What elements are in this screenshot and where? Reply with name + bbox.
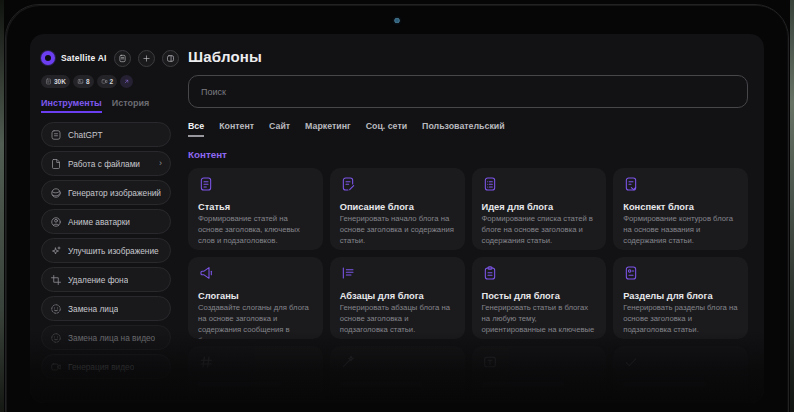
card-title: Разделы для блога [623,291,738,301]
sidebar-header: Satellite AI [41,49,171,67]
toggle-sidebar-button[interactable] [162,50,179,67]
file-icon [50,158,62,170]
sidebar-item-files[interactable]: Работа с файлами › [41,151,171,176]
avatar-icon [50,216,62,228]
document-outline-icon [623,176,738,196]
wand-icon [340,354,455,374]
template-card-blog-description[interactable]: Описание блога Генерировать начало блога… [330,168,465,250]
sidebar-item-label: Замена лица на видео [68,333,155,343]
app-screen: Satellite AI 30K [30,34,764,403]
tab-social[interactable]: Соц. сети [366,121,407,137]
sidebar-item-face-swap[interactable]: Замена лица [41,296,171,321]
card-title: Слоганы [198,291,313,301]
new-chat-button[interactable] [138,50,155,67]
upgrade-badge[interactable] [120,75,133,88]
template-card-faded-3[interactable] [472,346,607,403]
tools-menu: ChatGPT Работа с файлами › Генератор изо… [41,122,171,379]
tokens-badge[interactable]: 30K [41,75,70,88]
tab-content[interactable]: Контент [219,121,254,137]
videos-badge[interactable]: 2 [97,75,118,88]
sidebar-item-label: Генерация видео [68,362,134,372]
templates-page: Шаблоны Все Контент Сайт Маркетинг Соц. … [178,34,764,403]
chat-note-icon [50,129,62,141]
sidebar-item-label: Замена лица [68,304,118,314]
sphere-icon [50,187,62,199]
faded-text-placeholder [340,382,423,387]
template-card-blog-posts[interactable]: Посты для блога Генерировать статьи в бл… [472,257,607,339]
satellite-ai-logo-icon [41,51,55,65]
tab-marketing[interactable]: Маркетинг [305,121,351,137]
megaphone-icon [198,265,313,285]
card-description: Формирование списка статей в блоге на ос… [482,214,597,247]
template-card-blog-idea[interactable]: Идея для блога Формирование списка стате… [472,168,607,250]
clipboard-icon [482,265,597,285]
card-description: Генерировать статьи в блогах на любую те… [482,303,597,339]
sidebar-item-video-generation[interactable]: Генерация видео [41,354,171,379]
tab-tools[interactable]: Инструменты [41,98,102,113]
template-card-article[interactable]: Статья Формирование статей на основе заг… [188,168,323,250]
card-description: Формирование контуров блога на основе на… [623,214,738,247]
template-card-blog-sections[interactable]: Разделы для блога Генерировать разделы б… [613,257,748,339]
sidebar-item-label: ChatGPT [68,130,103,140]
chevron-right-icon: › [159,159,162,168]
panel-toggle-icon [166,54,175,63]
front-camera [395,18,400,23]
search-input[interactable] [188,75,748,108]
card-title: Идея для блога [482,202,597,212]
face-icon [50,303,62,315]
sidebar-item-image-generator[interactable]: Генератор изображений [41,180,171,205]
arrow-up-right-icon [123,78,130,85]
sidebar-tabs: Инструменты История [41,98,171,113]
card-description: Генерировать абзацы блога на основе заго… [340,303,455,336]
template-card-faded-2[interactable] [330,346,465,403]
card-title: Конспект блога [623,202,738,212]
card-title: Статья [198,202,313,212]
notes-button[interactable] [114,50,131,67]
template-grid: Статья Формирование статей на основе заг… [188,168,748,403]
text-field-icon [482,354,597,374]
document-list-icon [482,176,597,196]
sidebar-item-label: Удаление фона [68,275,128,285]
sidebar-item-face-swap-video[interactable]: Замена лица на видео [41,325,171,350]
template-card-blog-paragraphs[interactable]: Абзацы для блога Генерировать абзацы бло… [330,257,465,339]
sparkle-icon [50,245,62,257]
quota-badges: 30K 8 2 [41,75,171,88]
template-card-faded-1[interactable] [188,346,323,403]
images-count: 8 [86,78,90,85]
template-card-slogans[interactable]: Слоганы Создавайте слоганы для блога на … [188,257,323,339]
video-camera-icon [50,361,62,373]
tab-history[interactable]: История [112,98,150,113]
document-section-icon [623,265,738,285]
hash-icon [198,354,313,374]
sidebar-item-chatgpt[interactable]: ChatGPT [41,122,171,147]
background-edge-left [0,0,4,412]
document-icon [198,176,313,196]
check-icon [623,354,738,374]
category-tabs: Все Контент Сайт Маркетинг Соц. сети Пол… [188,121,748,137]
images-badge[interactable]: 8 [73,75,94,88]
videos-count: 2 [110,78,114,85]
document-edit-icon [340,176,455,196]
image-icon [77,78,84,85]
tab-site[interactable]: Сайт [269,121,290,137]
sidebar-item-enhance-image[interactable]: Улучшить изображение [41,238,171,263]
sidebar-item-label: Работа с файлами [68,159,140,169]
tokens-count: 30K [54,78,66,85]
sidebar-item-remove-background[interactable]: Удаление фона [41,267,171,292]
section-label-content: Контент [188,149,748,160]
sidebar: Satellite AI 30K [30,34,178,403]
page-title: Шаблоны [188,48,748,65]
tab-all[interactable]: Все [188,121,204,137]
template-card-blog-outline[interactable]: Конспект блога Формирование контуров бло… [613,168,748,250]
faded-text-placeholder [623,382,706,387]
card-description: Генерировать начало блога на основе заго… [340,214,455,247]
template-card-faded-4[interactable] [613,346,748,403]
card-title: Абзацы для блога [340,291,455,301]
screenshot-stage: Satellite AI 30K [0,0,794,412]
tab-custom[interactable]: Пользовательский [422,121,505,137]
crop-icon [50,274,62,286]
background-edge-right [790,0,794,412]
card-title: Посты для блога [482,291,597,301]
faded-text-placeholder [198,382,281,387]
sidebar-item-anime-avatars[interactable]: Аниме аватарки [41,209,171,234]
